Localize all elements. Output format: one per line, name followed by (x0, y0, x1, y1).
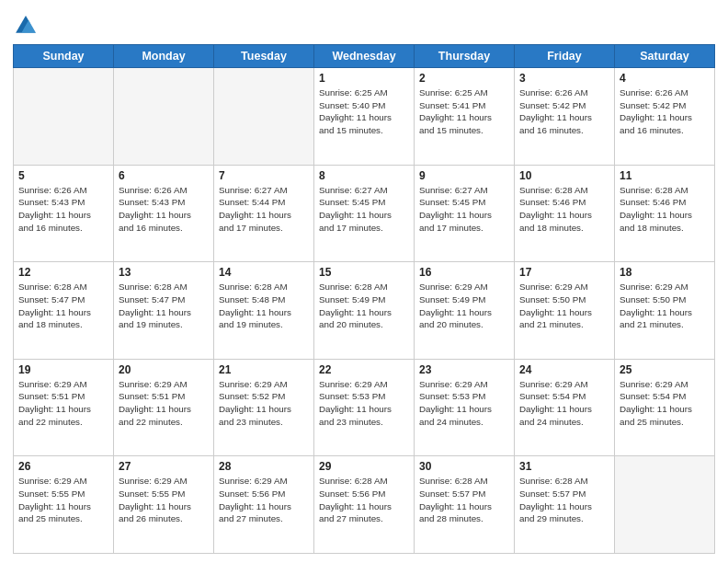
day-info: Sunrise: 6:29 AMSunset: 5:55 PMDaylight:… (18, 475, 108, 525)
calendar-cell: 6Sunrise: 6:26 AMSunset: 5:43 PMDaylight… (114, 165, 214, 262)
day-info: Sunrise: 6:29 AMSunset: 5:54 PMDaylight:… (519, 378, 609, 429)
calendar-body: 1Sunrise: 6:25 AMSunset: 5:40 PMDaylight… (14, 68, 715, 554)
day-info: Sunrise: 6:27 AMSunset: 5:45 PMDaylight:… (319, 184, 409, 235)
day-number: 30 (419, 460, 509, 473)
calendar-cell: 28Sunrise: 6:29 AMSunset: 5:56 PMDayligh… (214, 456, 314, 554)
day-number: 10 (519, 169, 609, 182)
weekday-header-wednesday: Wednesday (314, 45, 415, 68)
weekday-header-friday: Friday (515, 45, 615, 68)
day-number: 28 (219, 460, 309, 473)
day-number: 20 (119, 363, 209, 376)
weekday-header-sunday: Sunday (14, 45, 114, 68)
calendar-cell (114, 68, 214, 166)
calendar-cell: 26Sunrise: 6:29 AMSunset: 5:55 PMDayligh… (14, 456, 114, 554)
calendar-cell: 20Sunrise: 6:29 AMSunset: 5:51 PMDayligh… (114, 359, 214, 456)
day-info: Sunrise: 6:25 AMSunset: 5:40 PMDaylight:… (319, 86, 409, 137)
calendar-table: SundayMondayTuesdayWednesdayThursdayFrid… (13, 44, 715, 554)
calendar-cell: 30Sunrise: 6:28 AMSunset: 5:57 PMDayligh… (415, 456, 515, 554)
day-number: 26 (18, 460, 108, 473)
calendar-cell: 23Sunrise: 6:29 AMSunset: 5:53 PMDayligh… (415, 359, 515, 456)
weekday-header-saturday: Saturday (615, 45, 715, 68)
day-info: Sunrise: 6:27 AMSunset: 5:45 PMDaylight:… (419, 184, 509, 235)
day-number: 14 (219, 266, 309, 279)
day-number: 3 (519, 72, 609, 85)
day-number: 12 (18, 266, 108, 279)
calendar-cell: 21Sunrise: 6:29 AMSunset: 5:52 PMDayligh… (214, 359, 314, 456)
calendar-cell: 8Sunrise: 6:27 AMSunset: 5:45 PMDaylight… (314, 165, 415, 262)
calendar-cell: 12Sunrise: 6:28 AMSunset: 5:47 PMDayligh… (14, 262, 114, 360)
day-number: 8 (319, 169, 409, 182)
calendar-week-4: 19Sunrise: 6:29 AMSunset: 5:51 PMDayligh… (14, 359, 715, 456)
day-number: 29 (319, 460, 409, 473)
calendar-week-1: 1Sunrise: 6:25 AMSunset: 5:40 PMDaylight… (14, 68, 715, 166)
weekday-header-monday: Monday (114, 45, 214, 68)
calendar-cell: 1Sunrise: 6:25 AMSunset: 5:40 PMDaylight… (314, 68, 415, 166)
day-info: Sunrise: 6:28 AMSunset: 5:49 PMDaylight:… (319, 281, 409, 331)
calendar-cell: 10Sunrise: 6:28 AMSunset: 5:46 PMDayligh… (515, 165, 615, 262)
logo-icon (13, 13, 39, 39)
day-info: Sunrise: 6:29 AMSunset: 5:53 PMDaylight:… (319, 378, 409, 429)
calendar-cell: 13Sunrise: 6:28 AMSunset: 5:47 PMDayligh… (114, 262, 214, 360)
day-info: Sunrise: 6:26 AMSunset: 5:43 PMDaylight:… (18, 184, 108, 235)
day-info: Sunrise: 6:26 AMSunset: 5:43 PMDaylight:… (119, 184, 209, 235)
calendar-cell: 15Sunrise: 6:28 AMSunset: 5:49 PMDayligh… (314, 262, 415, 360)
calendar-week-3: 12Sunrise: 6:28 AMSunset: 5:47 PMDayligh… (14, 262, 715, 360)
day-number: 2 (419, 72, 509, 85)
calendar-cell (14, 68, 114, 166)
day-info: Sunrise: 6:29 AMSunset: 5:50 PMDaylight:… (519, 281, 609, 331)
day-number: 15 (319, 266, 409, 279)
calendar-cell: 5Sunrise: 6:26 AMSunset: 5:43 PMDaylight… (14, 165, 114, 262)
calendar-cell: 18Sunrise: 6:29 AMSunset: 5:50 PMDayligh… (615, 262, 715, 360)
day-number: 16 (419, 266, 509, 279)
day-info: Sunrise: 6:29 AMSunset: 5:56 PMDaylight:… (219, 475, 309, 525)
day-number: 25 (620, 363, 710, 376)
calendar-cell: 11Sunrise: 6:28 AMSunset: 5:46 PMDayligh… (615, 165, 715, 262)
weekday-header-thursday: Thursday (415, 45, 515, 68)
day-info: Sunrise: 6:29 AMSunset: 5:51 PMDaylight:… (119, 378, 209, 429)
calendar-cell: 2Sunrise: 6:25 AMSunset: 5:41 PMDaylight… (415, 68, 515, 166)
weekday-row: SundayMondayTuesdayWednesdayThursdayFrid… (14, 45, 715, 68)
day-number: 24 (519, 363, 609, 376)
calendar-week-5: 26Sunrise: 6:29 AMSunset: 5:55 PMDayligh… (14, 456, 715, 554)
day-number: 27 (119, 460, 209, 473)
day-number: 1 (319, 72, 409, 85)
day-info: Sunrise: 6:29 AMSunset: 5:50 PMDaylight:… (620, 281, 710, 331)
day-number: 5 (18, 169, 108, 182)
day-number: 4 (620, 72, 710, 85)
day-number: 23 (419, 363, 509, 376)
calendar-cell: 31Sunrise: 6:28 AMSunset: 5:57 PMDayligh… (515, 456, 615, 554)
calendar-cell: 29Sunrise: 6:28 AMSunset: 5:56 PMDayligh… (314, 456, 415, 554)
calendar-cell (615, 456, 715, 554)
day-number: 9 (419, 169, 509, 182)
calendar-cell: 22Sunrise: 6:29 AMSunset: 5:53 PMDayligh… (314, 359, 415, 456)
day-info: Sunrise: 6:28 AMSunset: 5:47 PMDaylight:… (119, 281, 209, 331)
day-info: Sunrise: 6:28 AMSunset: 5:48 PMDaylight:… (219, 281, 309, 331)
calendar-cell: 7Sunrise: 6:27 AMSunset: 5:44 PMDaylight… (214, 165, 314, 262)
logo (13, 13, 42, 39)
day-number: 31 (519, 460, 609, 473)
calendar-cell: 14Sunrise: 6:28 AMSunset: 5:48 PMDayligh… (214, 262, 314, 360)
day-number: 19 (18, 363, 108, 376)
day-info: Sunrise: 6:29 AMSunset: 5:55 PMDaylight:… (119, 475, 209, 525)
day-number: 6 (119, 169, 209, 182)
calendar-cell: 27Sunrise: 6:29 AMSunset: 5:55 PMDayligh… (114, 456, 214, 554)
day-info: Sunrise: 6:29 AMSunset: 5:53 PMDaylight:… (419, 378, 509, 429)
calendar-cell: 19Sunrise: 6:29 AMSunset: 5:51 PMDayligh… (14, 359, 114, 456)
day-info: Sunrise: 6:28 AMSunset: 5:46 PMDaylight:… (519, 184, 609, 235)
day-info: Sunrise: 6:28 AMSunset: 5:57 PMDaylight:… (519, 475, 609, 525)
calendar-cell: 16Sunrise: 6:29 AMSunset: 5:49 PMDayligh… (415, 262, 515, 360)
day-info: Sunrise: 6:29 AMSunset: 5:49 PMDaylight:… (419, 281, 509, 331)
day-info: Sunrise: 6:29 AMSunset: 5:51 PMDaylight:… (18, 378, 108, 429)
day-number: 17 (519, 266, 609, 279)
day-info: Sunrise: 6:28 AMSunset: 5:57 PMDaylight:… (419, 475, 509, 525)
calendar-cell: 25Sunrise: 6:29 AMSunset: 5:54 PMDayligh… (615, 359, 715, 456)
day-number: 21 (219, 363, 309, 376)
day-info: Sunrise: 6:28 AMSunset: 5:46 PMDaylight:… (620, 184, 710, 235)
calendar-header: SundayMondayTuesdayWednesdayThursdayFrid… (14, 45, 715, 68)
day-info: Sunrise: 6:29 AMSunset: 5:54 PMDaylight:… (620, 378, 710, 429)
day-info: Sunrise: 6:27 AMSunset: 5:44 PMDaylight:… (219, 184, 309, 235)
day-number: 13 (119, 266, 209, 279)
calendar-cell: 9Sunrise: 6:27 AMSunset: 5:45 PMDaylight… (415, 165, 515, 262)
day-number: 11 (620, 169, 710, 182)
day-info: Sunrise: 6:25 AMSunset: 5:41 PMDaylight:… (419, 86, 509, 137)
